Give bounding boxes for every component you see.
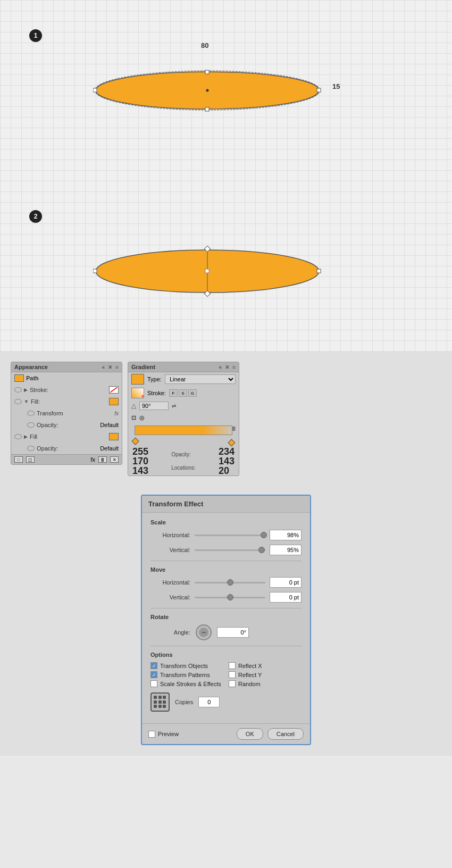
fill2-swatch[interactable] <box>109 433 119 440</box>
stroke-icon-1[interactable]: F <box>169 389 178 397</box>
svg-rect-5 <box>317 88 321 92</box>
add-style-icon[interactable]: ✕ <box>110 456 119 463</box>
stroke-swatch[interactable] <box>109 386 119 394</box>
gradient-edit-icon[interactable]: ◎ <box>139 414 145 421</box>
opacity-label-grad: Opacity: <box>171 452 196 457</box>
gradient-apply-icon[interactable]: ⊡ <box>131 414 136 421</box>
path-label: Path <box>26 375 119 381</box>
move-v-slider[interactable] <box>195 597 265 598</box>
sep-2 <box>150 608 302 608</box>
sep-1 <box>150 561 302 561</box>
transform-dialog: Transform Effect Scale Horizontal: Verti… <box>141 495 311 745</box>
svg-rect-2 <box>205 70 209 74</box>
reflect-y-row[interactable]: Reflect Y <box>229 671 302 678</box>
angle-minus-icon: − <box>202 629 206 636</box>
scale-h-input[interactable] <box>270 530 302 540</box>
transform-objects-row[interactable]: Transform Objects <box>150 662 223 669</box>
gradient-delete-icon[interactable]: 🗑 <box>231 425 237 431</box>
appearance-fill2-row[interactable]: ▶ Fill <box>11 431 122 443</box>
panel-collapse-icon[interactable]: « <box>102 364 105 370</box>
appearance-stroke-row[interactable]: ▶ Stroke: <box>11 384 122 396</box>
panel-menu-icon[interactable]: ≡ <box>115 364 119 370</box>
copies-label: Copies <box>175 699 193 705</box>
stroke-expand-icon[interactable]: ▶ <box>24 387 28 393</box>
scale-v-slider[interactable] <box>195 549 265 551</box>
gradient-title: Gradient <box>131 364 155 370</box>
gradient-type-select[interactable]: Linear Radial <box>165 374 236 384</box>
reflect-x-cb[interactable] <box>229 662 236 669</box>
gradient-bar[interactable] <box>135 425 232 435</box>
panel-close-icon[interactable]: ✕ <box>108 364 112 370</box>
gradient-swatch[interactable] <box>131 374 144 385</box>
transform-visibility-icon[interactable] <box>27 411 35 416</box>
reflect-x-row[interactable]: Reflect X <box>229 662 302 669</box>
new-style-icon[interactable]: □ <box>14 456 23 463</box>
gradient-angle-row[interactable]: △ ⇄ <box>128 400 239 412</box>
scale-h-slider[interactable] <box>195 535 265 536</box>
fill2-visibility-icon[interactable] <box>14 434 22 439</box>
layer-icon[interactable]: ◫ <box>26 456 35 463</box>
preview-row[interactable]: Preview <box>148 731 179 738</box>
move-h-input[interactable] <box>270 577 302 588</box>
preview-cb[interactable] <box>148 731 155 738</box>
stroke-visibility-icon[interactable] <box>14 387 22 393</box>
move-v-thumb[interactable] <box>227 594 233 600</box>
transform-patterns-cb[interactable] <box>150 671 157 678</box>
stroke-label: Stroke: <box>30 387 107 393</box>
fx-button[interactable]: fx <box>90 456 95 463</box>
opacity2-value: Default <box>100 445 119 452</box>
gradient-collapse-icon[interactable]: « <box>219 364 222 370</box>
copies-row: Copies <box>150 692 302 712</box>
scale-strokes-row[interactable]: Scale Strokes & Effects <box>150 680 223 687</box>
location-label-grad: Locations: <box>171 465 196 471</box>
opacity2-visibility-icon[interactable] <box>27 446 35 451</box>
panels-area: Appearance « ✕ ≡ Path ▶ Stroke: ▼ Fill: <box>0 351 452 484</box>
fill2-expand-icon[interactable]: ▶ <box>24 434 28 439</box>
angle-input-field[interactable] <box>217 627 249 638</box>
move-h-slider[interactable] <box>195 582 265 583</box>
fill-visibility-icon[interactable] <box>14 399 22 404</box>
reflect-y-cb[interactable] <box>229 671 236 678</box>
fill-swatch[interactable] <box>109 398 119 405</box>
appearance-transform-row[interactable]: Transform fx <box>11 407 122 419</box>
gradient-type-row[interactable]: Type: Linear Radial <box>128 372 239 386</box>
random-cb[interactable] <box>229 680 236 687</box>
copies-input[interactable] <box>198 697 220 707</box>
ellipse-1[interactable] <box>93 61 338 120</box>
svg-rect-3 <box>205 107 209 111</box>
ellipse-2[interactable] <box>93 245 338 303</box>
transform-patterns-row[interactable]: Transform Patterns <box>150 671 223 678</box>
reverse-icon[interactable]: ⇄ <box>172 403 176 409</box>
scale-h-thumb[interactable] <box>261 532 267 538</box>
scale-strokes-cb[interactable] <box>150 680 157 687</box>
type-label: Type: <box>147 376 162 382</box>
gradient-b2: 20 <box>219 466 235 475</box>
sep-3 <box>150 646 302 646</box>
gradient-rgb-row: 255 170 143 Opacity: Locations: 234 143 … <box>128 446 239 475</box>
gradient-angle-input[interactable] <box>139 402 169 410</box>
delete-style-icon[interactable]: 🗑 <box>98 456 107 463</box>
path-color-swatch <box>14 374 24 382</box>
cancel-button[interactable]: Cancel <box>267 728 304 740</box>
gradient-menu-icon[interactable]: ≡ <box>232 364 236 370</box>
gradient-stroke-swatch[interactable]: ✕ <box>131 388 144 398</box>
random-row[interactable]: Random <box>229 680 302 687</box>
fx-label: fx <box>114 411 119 416</box>
move-v-input[interactable] <box>270 592 302 603</box>
ok-button[interactable]: OK <box>237 728 263 740</box>
move-v-label: Vertical: <box>150 594 190 600</box>
scale-v-thumb[interactable] <box>258 547 265 553</box>
appearance-fill-row[interactable]: ▼ Fill: <box>11 396 122 407</box>
appearance-titlebar: Appearance « ✕ ≡ <box>11 362 122 372</box>
stroke-icon-2[interactable]: S <box>179 389 187 397</box>
gradient-stop-left[interactable] <box>132 438 139 445</box>
opacity-visibility-icon[interactable] <box>27 422 35 428</box>
angle-dial[interactable]: − <box>196 624 212 640</box>
move-h-thumb[interactable] <box>227 579 233 586</box>
fill-expand-icon[interactable]: ▼ <box>24 399 29 404</box>
scale-h-label: Horizontal: <box>150 532 190 538</box>
scale-v-input[interactable] <box>270 545 302 555</box>
transform-objects-cb[interactable] <box>150 662 157 669</box>
stroke-icon-3[interactable]: G <box>188 389 197 397</box>
gradient-close-icon[interactable]: ✕ <box>225 364 229 370</box>
